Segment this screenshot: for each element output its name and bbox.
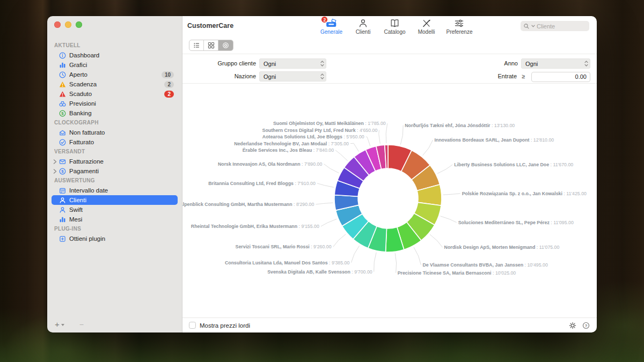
plus-box-icon — [59, 235, 66, 242]
sidebar-item-banking[interactable]: $Banking — [52, 108, 178, 118]
view-mode-grid[interactable] — [204, 40, 218, 50]
chart-area: Suomi Ohjelmistot Oy, Matti Meikäläinen … — [182, 84, 597, 317]
sliders-icon — [454, 18, 464, 28]
book-icon — [390, 18, 400, 28]
disclosure-chevron-icon[interactable] — [53, 159, 57, 164]
slice-label: Nordisk Design ApS, Morten Menigmand : 1… — [444, 245, 560, 250]
sidebar-item-label: Pagamenti — [69, 168, 174, 174]
window-controls — [54, 21, 82, 28]
sidebar-item-label: Intervallo date — [69, 187, 174, 194]
sidebar-item-ottieni-plugin[interactable]: Ottieni plugin — [52, 234, 178, 243]
tab-label: Modelli — [418, 29, 435, 35]
sidebar-section-aktuell: AKTUELL — [52, 41, 178, 50]
tab-label: Clienti — [356, 29, 371, 35]
add-button[interactable]: + — [55, 320, 64, 329]
donut-view-icon — [222, 41, 230, 49]
sidebar-nav: AKTUELLDashboardGraficiAperto10Scadenza2… — [52, 41, 178, 243]
sidebar-item-previsioni[interactable]: Previsioni — [52, 99, 178, 108]
slice-leader-line — [423, 140, 433, 156]
nation-filter-label: Nazione — [182, 73, 256, 79]
slice-leader-line — [379, 130, 380, 144]
sidebar-item-label: Fatturato — [69, 139, 174, 145]
group-filter-popup[interactable]: Ogni — [259, 58, 326, 69]
count-badge: 2 — [164, 81, 174, 88]
search-field[interactable] — [521, 21, 589, 31]
slice-leader-line — [350, 143, 359, 151]
popup-stepper-icon — [584, 60, 589, 67]
binoculars-icon — [59, 100, 66, 107]
envelope-icon — [59, 158, 66, 165]
disclosure-chevron-icon[interactable] — [53, 169, 57, 174]
sidebar-item-pagamenti[interactable]: $Pagamenti — [52, 166, 178, 176]
sidebar-item-grafici[interactable]: Grafici — [52, 60, 178, 70]
slice-leader-line — [333, 234, 346, 247]
slice-label: Alpenblick Consulting GmbH, Martha Muste… — [182, 202, 314, 207]
close-button[interactable] — [54, 21, 61, 28]
year-filter-popup[interactable]: Ogni — [521, 58, 590, 69]
warning-icon — [59, 81, 66, 88]
slice-leader-line — [316, 203, 333, 204]
settings-gear-icon[interactable] — [568, 321, 577, 330]
remove-button[interactable]: − — [79, 320, 84, 329]
help-icon[interactable]: ? — [582, 321, 590, 330]
slice-leader-line — [395, 253, 396, 273]
sidebar-item-aperto[interactable]: Aperto10 — [52, 70, 178, 79]
sidebar-item-swift[interactable]: Swift — [52, 205, 178, 215]
sidebar-footer: + − — [55, 320, 84, 329]
view-mode-list[interactable] — [189, 40, 204, 50]
sidebar-item-fatturazione[interactable]: Fatturazione — [52, 157, 178, 166]
nation-filter-value: Ogni — [264, 73, 320, 80]
slice-leader-line — [335, 150, 348, 161]
bar-chart-icon — [59, 62, 66, 69]
dollar-circle-icon: $ — [59, 168, 66, 175]
slice-label: Norsk Innovasjon AS, Ola Nordmann : 7'89… — [218, 161, 323, 167]
tab-preferenze[interactable]: Preferenze — [447, 18, 473, 35]
tab-modelli[interactable]: Modelli — [415, 18, 438, 35]
sidebar-item-dashboard[interactable]: Dashboard — [52, 50, 178, 60]
slice-label: Southern Cross Digital Pty Ltd, Fred Nur… — [262, 128, 378, 133]
sidebar-item-label: Clienti — [69, 197, 174, 203]
slice-leader-line — [430, 234, 443, 247]
count-badge: 2 — [164, 91, 174, 98]
slice-leader-line — [366, 137, 370, 146]
sidebar-item-intervallo-date[interactable]: Intervallo date — [52, 186, 178, 195]
svg-text:$: $ — [61, 169, 64, 174]
slice-label: Nederlandse Technologie BV, Jan Modaal :… — [234, 141, 349, 146]
slice-label: Norðurljós Tækni ehf, Jóna Jónsdóttir : … — [405, 123, 515, 128]
sidebar-item-scadenza[interactable]: Scadenza2 — [52, 79, 178, 89]
minimize-button[interactable] — [65, 21, 71, 28]
search-scope-chevron-icon[interactable] — [531, 25, 535, 27]
grid-view-icon — [207, 41, 215, 49]
status-bar: Mostra prezzi lordi ? — [182, 317, 597, 333]
search-input[interactable] — [537, 23, 587, 29]
slice-label: Rheintal Technologie GmbH, Erika Musterm… — [191, 224, 319, 229]
sidebar-item-fatturato[interactable]: Fatturato — [52, 137, 178, 147]
slice-label: Polskie Rozwiązania Sp. z o.o., Jan Kowa… — [462, 191, 587, 196]
sidebar-item-label: Grafici — [69, 62, 174, 68]
nation-filter-popup[interactable]: Ogni — [259, 71, 326, 82]
slice-label: Suomi Ohjelmistot Oy, Matti Meikäläinen … — [273, 121, 386, 126]
tools-icon — [421, 18, 431, 28]
sidebar-item-mesi[interactable]: Mesi — [52, 215, 178, 224]
tab-catalogo[interactable]: Catalogo — [383, 18, 407, 35]
status-actions: ? — [568, 321, 590, 330]
slice-label: Precisione Ticinese SA, Maria Bernasconi… — [398, 270, 516, 276]
slice-label: Soluciones Mediterráneo SL, Pepe Pérez :… — [458, 220, 574, 225]
view-mode-donut[interactable] — [218, 40, 233, 50]
revenue-donut-chart: Suomi Ohjelmistot Oy, Matti Meikäläinen … — [182, 84, 597, 316]
sidebar-item-scaduto[interactable]: Scaduto2 — [52, 89, 178, 99]
sidebar-item-label: Ottieni plugin — [69, 235, 174, 242]
calendar-icon — [59, 187, 66, 194]
revenue-filter-label: Entrate — [413, 73, 517, 79]
zoom-button[interactable] — [76, 21, 82, 28]
sidebar-item-clienti[interactable]: Clienti — [52, 195, 178, 205]
revenue-threshold-input[interactable] — [531, 72, 590, 82]
gross-prices-label: Mostra prezzi lordi — [200, 322, 250, 329]
gross-prices-checkbox[interactable] — [189, 322, 196, 329]
person-icon — [59, 197, 66, 204]
sidebar-item-non-fatturato[interactable]: Non fatturato — [52, 128, 178, 137]
envelope-open-icon — [59, 129, 66, 136]
tab-clienti[interactable]: Clienti — [352, 18, 375, 35]
tab-generale[interactable]: 2Generale — [320, 18, 343, 35]
sidebar: AKTUELLDashboardGraficiAperto10Scadenza2… — [47, 16, 182, 333]
